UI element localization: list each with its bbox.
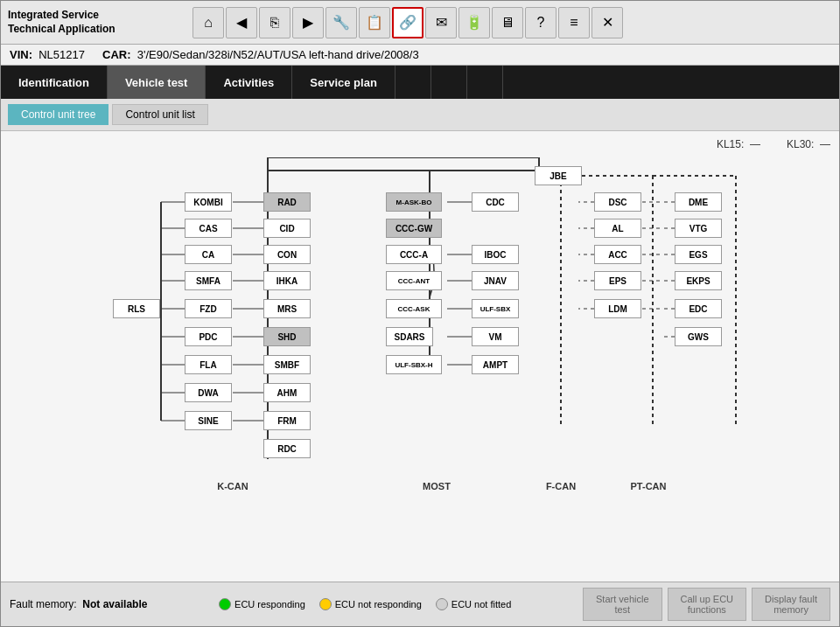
kl30-value: — — [820, 138, 830, 150]
nav-tab-4[interactable] — [396, 66, 431, 99]
vin-bar: VIN: NL51217 CAR: 3'/E90/Sedan/328i/N52/… — [1, 45, 839, 66]
kl30-label: KL30: — [787, 138, 814, 150]
ecu-cccant[interactable]: CCC-ANT — [386, 271, 442, 290]
ecu-frm[interactable]: FRM — [263, 411, 311, 430]
ecu-rad[interactable]: RAD — [263, 192, 311, 212]
ecu-jnav[interactable]: JNAV — [472, 271, 519, 290]
ecu-eps[interactable]: EPS — [594, 271, 641, 290]
ecu-mrs[interactable]: MRS — [263, 299, 311, 318]
ecu-ldm[interactable]: LDM — [594, 299, 641, 318]
fault-memory-label: Fault memory: — [10, 598, 77, 610]
bus-label-ptcan: PT-CAN — [622, 481, 675, 491]
ecu-rdc[interactable]: RDC — [263, 439, 311, 458]
ecu-cdc[interactable]: CDC — [472, 192, 519, 212]
fault-memory: Fault memory: Not available — [10, 598, 147, 610]
nav-tab-3[interactable]: Service plan — [292, 66, 396, 99]
bus-label-most: MOST — [410, 481, 463, 491]
ecu-con[interactable]: CON — [263, 245, 311, 264]
ecu-edc[interactable]: EDC — [675, 299, 722, 318]
ecu-al[interactable]: AL — [594, 219, 641, 238]
nav-tabs: IdentificationVehicle testActivitiesServ… — [1, 66, 839, 99]
ecu-ihka[interactable]: IHKA — [263, 271, 311, 290]
ecu-cas[interactable]: CAS — [185, 219, 232, 238]
ecu-ahm[interactable]: AHM — [263, 383, 311, 402]
kl15-value: — — [750, 138, 760, 150]
legend-label-gray: ECU not fitted — [452, 599, 511, 610]
ecu-fla[interactable]: FLA — [185, 355, 232, 374]
screen-button[interactable]: 🖥 — [492, 7, 523, 38]
call-up-ecu-functions-button[interactable]: Call up ECU functions — [668, 588, 747, 621]
ecu-rls[interactable]: RLS — [113, 299, 160, 318]
nav-tab-6[interactable] — [467, 66, 503, 99]
ecu-ccca[interactable]: CCC-A — [386, 245, 442, 264]
ecu-ulfsbx[interactable]: ULF-SBX — [472, 299, 519, 318]
menu-button[interactable]: ≡ — [558, 7, 590, 38]
legend-item-yellow: ECU not responding — [319, 598, 422, 610]
ecu-cid[interactable]: CID — [263, 219, 311, 238]
battery-button[interactable]: 🔋 — [458, 7, 490, 38]
legend-label-yellow: ECU not responding — [335, 599, 422, 610]
ecu-sine[interactable]: SINE — [185, 411, 232, 430]
vin-label: VIN: — [10, 48, 32, 61]
legend: ECU respondingECU not respondingECU not … — [219, 598, 511, 610]
close-button[interactable]: ✕ — [592, 7, 623, 38]
wrench-button[interactable]: 🔧 — [326, 7, 357, 38]
ecu-ca[interactable]: CA — [185, 245, 232, 264]
diagram: JBEKOMBIRADCASCIDCACONSMFAIHKAFZDMRSPDCS… — [1, 157, 839, 582]
ecu-cccask[interactable]: CCC-ASK — [386, 299, 442, 318]
nav-tab-2[interactable]: Activities — [206, 66, 292, 99]
ecu-dwa[interactable]: DWA — [185, 383, 232, 402]
kl-status: KL15: — KL30: — — [717, 138, 830, 150]
link-button[interactable]: 🔗 — [392, 7, 424, 38]
back-button[interactable]: ◀ — [226, 7, 257, 38]
ecu-pdc[interactable]: PDC — [185, 327, 232, 346]
help-button[interactable]: ? — [525, 7, 556, 38]
fault-memory-value: Not available — [82, 598, 147, 610]
ecu-iboc[interactable]: IBOC — [472, 245, 519, 264]
ecu-smbf[interactable]: SMBF — [263, 355, 311, 374]
start-vehicle-test-button[interactable]: Start vehicle test — [583, 588, 662, 621]
mail-button[interactable]: ✉ — [425, 7, 457, 38]
ecu-gws[interactable]: GWS — [675, 327, 722, 346]
main-content: KL15: — KL30: — — [1, 131, 839, 582]
ecu-sdars[interactable]: SDARS — [386, 327, 433, 346]
home-button[interactable]: ⌂ — [192, 7, 224, 38]
ecu-jbe[interactable]: JBE — [535, 166, 582, 185]
sub-tab-1[interactable]: Control unit list — [112, 104, 207, 125]
ecu-ulfsbxh[interactable]: ULF-SBX-H — [386, 355, 442, 374]
ecu-shd[interactable]: SHD — [263, 327, 311, 346]
ecu-maskbo[interactable]: M-ASK-BO — [386, 192, 442, 212]
ecu-vm[interactable]: VM — [472, 327, 519, 346]
nav-tab-0[interactable]: Identification — [1, 66, 108, 99]
kl15-status: KL15: — — [717, 138, 760, 150]
ecu-ekps[interactable]: EKPS — [675, 271, 722, 290]
ecu-acc[interactable]: ACC — [594, 245, 641, 264]
ecu-vtg[interactable]: VTG — [675, 219, 722, 238]
nav-tab-5[interactable] — [431, 66, 467, 99]
sub-tab-0[interactable]: Control unit tree — [8, 104, 108, 125]
bottom-buttons: Start vehicle testCall up ECU functionsD… — [583, 588, 830, 621]
nav-tab-1[interactable]: Vehicle test — [108, 66, 206, 99]
ecu-dsc[interactable]: DSC — [594, 192, 641, 212]
toolbar: ⌂◀⎘▶🔧📋🔗✉🔋🖥?≡✕ — [189, 1, 839, 44]
document-button[interactable]: 📋 — [359, 7, 390, 38]
ecu-smfa[interactable]: SMFA — [185, 271, 232, 290]
ecu-cccgw[interactable]: CCC-GW — [386, 219, 442, 238]
vin-value: NL51217 — [38, 48, 85, 61]
kl30-status: KL30: — — [787, 138, 830, 150]
ecu-dme[interactable]: DME — [675, 192, 722, 212]
legend-dot-green — [219, 598, 231, 610]
ecu-fzd[interactable]: FZD — [185, 299, 232, 318]
copy-button[interactable]: ⎘ — [259, 7, 290, 38]
ecu-ampt[interactable]: AMPT — [472, 355, 519, 374]
ecu-egs[interactable]: EGS — [675, 245, 722, 264]
display-fault-memory-button[interactable]: Display fault memory — [752, 588, 830, 621]
car-value: 3'/E90/Sedan/328i/N52/AUT/USA left-hand … — [137, 48, 419, 61]
forward-button[interactable]: ▶ — [292, 7, 324, 38]
app: Integrated Service Technical Application… — [0, 0, 840, 627]
sub-tabs: Control unit treeControl unit list — [1, 99, 839, 131]
bus-label-fcan: F-CAN — [535, 481, 587, 491]
legend-dot-yellow — [319, 598, 332, 610]
ecu-kombi[interactable]: KOMBI — [185, 192, 232, 212]
bus-label-kcan: K-CAN — [206, 481, 259, 491]
